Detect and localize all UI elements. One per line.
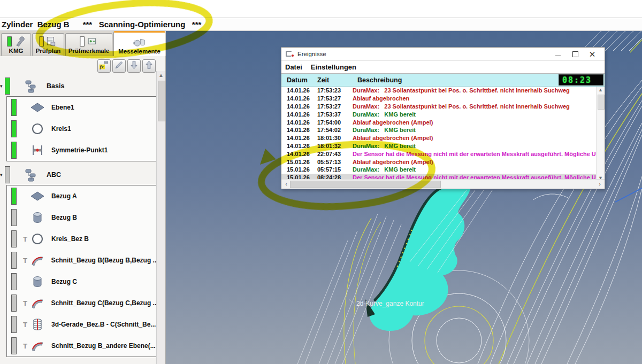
group-flowchart-icon [24, 168, 38, 182]
status-bar [11, 120, 17, 137]
tree-item[interactable]: TSchnitt_Bezug B_andere Ebene(... [7, 335, 157, 357]
events-horizontal-scrollbar[interactable]: ‹ › [281, 179, 605, 189]
tree-item-label: 3d-Gerade_Bez.B - C(Schnitt_Be... [51, 321, 156, 328]
log-message: DuraMax: 23 Sollantastpunkt bei Pos. o. … [353, 87, 605, 94]
minimize-icon[interactable] [552, 50, 564, 58]
tree-item[interactable]: TKreis_Bez B [7, 228, 157, 250]
symmetry-point-icon [30, 143, 45, 157]
pencil-button[interactable] [112, 59, 126, 73]
log-time: 17:53:23 [317, 87, 353, 94]
arrow-up-button[interactable] [142, 59, 156, 73]
log-date: 14.01.26 [281, 151, 317, 157]
log-row[interactable]: 14.01.2618:01:30Ablauf abgebrochen (Ampe… [281, 134, 605, 142]
status-bar [11, 230, 17, 247]
tree-item[interactable]: Kreis1 [7, 118, 157, 140]
log-row[interactable]: 15.01.2605:57:15DuraMax: KMG bereit [281, 166, 605, 174]
status-bar [11, 99, 17, 116]
sidebar-scrollbar[interactable]: ▲ [156, 71, 165, 364]
log-message: Ablauf abgebrochen (Ampel) [353, 119, 605, 126]
tree-item-label: Bezug C [51, 278, 77, 285]
log-row[interactable]: 14.01.2618:01:32DuraMax: KMG bereit [281, 142, 605, 150]
log-date: 14.01.26 [281, 135, 317, 141]
application-window: Zylinder Bezug B *** Scanning-Optimierun… [0, 0, 642, 364]
log-message: Ablauf abgebrochen (Ampel) [353, 135, 605, 141]
tab-pruefmerkmale[interactable]: Prüfmerkmale [65, 33, 112, 56]
log-message: Ablauf abgebrochen [353, 95, 605, 102]
log-date: 14.01.26 [281, 87, 317, 94]
feature-tree-sidebar: fx ▾BasisEbene1Kreis1Symmetrie-Punkt1▾AB… [0, 56, 166, 364]
formula-fx-button[interactable]: fx [97, 59, 111, 73]
digital-clock: 88:88 08:23 [559, 74, 603, 86]
scroll-left-icon[interactable]: ‹ [282, 180, 290, 188]
circle-icon [30, 232, 45, 246]
scrollbar-thumb[interactable] [598, 95, 605, 110]
log-message: DuraMax: KMG bereit [353, 127, 605, 133]
tree-item[interactable]: TSchnitt_Bezug C(Bezug C,Bezug ... [7, 292, 157, 314]
log-row[interactable]: 15.01.2605:57:13Ablauf abgebrochen (Ampe… [281, 158, 605, 166]
scrollbar-thumb[interactable] [290, 181, 441, 188]
collapse-triangle-icon[interactable]: ▾ [0, 173, 5, 177]
status-bar [11, 295, 17, 312]
log-row[interactable]: 14.01.2622:07:43Der Sensor hat die Messu… [281, 150, 605, 158]
feature-tree: ▾BasisEbene1Kreis1Symmetrie-Punkt1▾ABCBe… [0, 76, 157, 360]
tree-item[interactable]: Bezug B [7, 207, 157, 228]
menu-einstellungen[interactable]: Einstellungen [311, 63, 356, 71]
app-logo-icon [286, 51, 294, 57]
log-time: 05:57:15 [317, 166, 353, 173]
maximize-icon[interactable] [569, 50, 581, 58]
events-title-bar[interactable]: Ereignisse ✕ [281, 48, 605, 61]
tree-item[interactable]: Symmetrie-Punkt1 [7, 140, 157, 161]
arrow-down-icon [129, 60, 139, 72]
scroll-up-icon[interactable]: ▲ [157, 72, 165, 80]
log-row[interactable]: 14.01.2617:53:23DuraMax: 23 Sollantastpu… [281, 87, 605, 95]
tab-kmg[interactable]: KMG [1, 33, 31, 56]
tree-item-label: Kreis1 [51, 125, 71, 133]
log-date: 15.01.26 [281, 166, 317, 173]
tolerance-tag: T [20, 342, 30, 350]
events-vertical-scrollbar[interactable]: ▲ ▼ [596, 87, 605, 182]
arrow-down-button[interactable] [127, 59, 141, 73]
log-row[interactable]: 14.01.2617:53:37DuraMax: KMG bereit [281, 110, 605, 118]
menu-datei[interactable]: Datei [285, 63, 302, 71]
cylinder-icon [30, 211, 45, 224]
log-row[interactable]: 14.01.2617:54:00Ablauf abgebrochen (Ampe… [281, 118, 605, 126]
status-bar [11, 188, 17, 205]
column-datum: Datum [287, 76, 308, 84]
log-row[interactable]: 14.01.2617:53:27DuraMax: 23 Sollantastpu… [281, 103, 605, 111]
tree-group-basis[interactable]: ▾Basis [0, 76, 157, 96]
status-bar [11, 252, 17, 269]
log-time: 17:54:00 [317, 119, 353, 126]
log-message: DuraMax: KMG bereit [353, 111, 605, 118]
log-row[interactable]: 14.01.2617:53:27Ablauf abgebrochen [281, 95, 605, 103]
scroll-right-icon[interactable]: › [596, 180, 603, 188]
formula-fx-icon: fx [99, 60, 109, 72]
circle-icon [30, 122, 45, 136]
page-title: Zylinder Bezug B *** Scanning-Optimierun… [0, 20, 201, 29]
tree-item-label: Bezug A [51, 192, 77, 200]
tree-item[interactable]: Ebene1 [7, 97, 157, 118]
section-curve-icon [30, 296, 45, 310]
events-log-list: 14.01.2617:53:23DuraMax: 23 Sollantastpu… [281, 87, 605, 182]
log-time: 17:53:27 [317, 95, 353, 102]
line-3d-icon [30, 317, 45, 331]
tree-group-abc[interactable]: ▾ABC [0, 165, 157, 185]
messelemente-shapes-icon [129, 36, 150, 48]
tab-messelemente[interactable]: Messelemente [113, 31, 165, 56]
tree-item[interactable]: Bezug C [7, 271, 157, 292]
tree-item[interactable]: T3d-Gerade_Bez.B - C(Schnitt_Be... [7, 314, 157, 335]
status-bar [11, 273, 17, 290]
tree-item[interactable]: TSchnitt_Bezug B(Bezug B,Bezug ... [7, 250, 157, 271]
tree-item[interactable]: Bezug A [7, 185, 157, 207]
tab-pruefplan[interactable]: Prüfplan [32, 33, 64, 56]
log-date: 14.01.26 [281, 111, 317, 118]
log-time: 05:57:13 [317, 159, 353, 165]
scrollbar-thumb[interactable] [158, 81, 165, 121]
scroll-up-icon[interactable]: ▲ [597, 87, 605, 94]
log-row[interactable]: 14.01.2617:54:02DuraMax: KMG bereit [281, 126, 605, 134]
tree-item-label: Ebene1 [51, 104, 74, 111]
log-date: 14.01.26 [281, 103, 317, 110]
collapse-triangle-icon[interactable]: ▾ [0, 84, 5, 89]
contour-label: 2d-Kurve_ganze Kontur [356, 300, 424, 307]
close-icon[interactable]: ✕ [586, 50, 598, 58]
pruefplan-document-icon [37, 36, 59, 48]
